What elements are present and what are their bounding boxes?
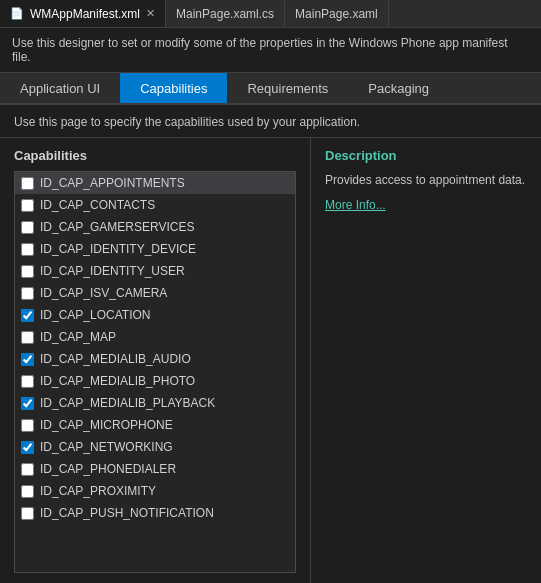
close-icon[interactable]: ✕ [146, 7, 155, 20]
capability-label: ID_CAP_CONTACTS [40, 198, 155, 212]
capabilities-panel: Capabilities ID_CAP_APPOINTMENTSID_CAP_C… [0, 138, 310, 583]
tab-packaging[interactable]: Packaging [348, 73, 449, 103]
capability-item[interactable]: ID_CAP_PROXIMITY [15, 480, 295, 502]
info-bar: Use this designer to set or modify some … [0, 28, 541, 73]
capability-label: ID_CAP_MAP [40, 330, 116, 344]
file-tab-mainpage-xaml[interactable]: MainPage.xaml [285, 0, 389, 27]
capability-item[interactable]: ID_CAP_MAP [15, 326, 295, 348]
file-tab-mainpage-cs-label: MainPage.xaml.cs [176, 7, 274, 21]
capability-item[interactable]: ID_CAP_LOCATION [15, 304, 295, 326]
file-tab-wmapp-label: WMAppManifest.xml [30, 7, 140, 21]
capability-label: ID_CAP_PUSH_NOTIFICATION [40, 506, 214, 520]
capability-item[interactable]: ID_CAP_MEDIALIB_PLAYBACK [15, 392, 295, 414]
description-panel: Description Provides access to appointme… [310, 138, 541, 583]
page-desc-text: Use this page to specify the capabilitie… [14, 115, 360, 129]
capability-label: ID_CAP_PROXIMITY [40, 484, 156, 498]
capability-label: ID_CAP_NETWORKING [40, 440, 173, 454]
info-text: Use this designer to set or modify some … [12, 36, 508, 64]
tab-application-ui[interactable]: Application UI [0, 73, 120, 103]
designer-tabs: Application UI Capabilities Requirements… [0, 73, 541, 105]
file-tab-mainpage-cs[interactable]: MainPage.xaml.cs [166, 0, 285, 27]
capability-item[interactable]: ID_CAP_IDENTITY_USER [15, 260, 295, 282]
capability-item[interactable]: ID_CAP_NETWORKING [15, 436, 295, 458]
capability-label: ID_CAP_ISV_CAMERA [40, 286, 167, 300]
capability-item[interactable]: ID_CAP_ISV_CAMERA [15, 282, 295, 304]
capabilities-list[interactable]: ID_CAP_APPOINTMENTSID_CAP_CONTACTSID_CAP… [14, 171, 296, 573]
capability-label: ID_CAP_MEDIALIB_AUDIO [40, 352, 191, 366]
capability-checkbox[interactable] [21, 287, 34, 300]
capability-checkbox[interactable] [21, 221, 34, 234]
capability-label: ID_CAP_IDENTITY_USER [40, 264, 185, 278]
capability-label: ID_CAP_MEDIALIB_PLAYBACK [40, 396, 215, 410]
file-tab-wmapp[interactable]: 📄 WMAppManifest.xml ✕ [0, 0, 166, 27]
capability-checkbox[interactable] [21, 507, 34, 520]
capability-checkbox[interactable] [21, 243, 34, 256]
capability-checkbox[interactable] [21, 485, 34, 498]
capability-checkbox[interactable] [21, 309, 34, 322]
capability-item[interactable]: ID_CAP_MEDIALIB_AUDIO [15, 348, 295, 370]
page-description: Use this page to specify the capabilitie… [0, 105, 541, 138]
capability-label: ID_CAP_MEDIALIB_PHOTO [40, 374, 195, 388]
capability-item[interactable]: ID_CAP_MEDIALIB_PHOTO [15, 370, 295, 392]
capability-item[interactable]: ID_CAP_PHONEDIALER [15, 458, 295, 480]
capability-checkbox[interactable] [21, 397, 34, 410]
capability-checkbox[interactable] [21, 331, 34, 344]
capability-checkbox[interactable] [21, 375, 34, 388]
description-title: Description [325, 148, 527, 163]
description-text: Provides access to appointment data. [325, 171, 527, 189]
capability-checkbox[interactable] [21, 419, 34, 432]
capability-checkbox[interactable] [21, 265, 34, 278]
capability-item[interactable]: ID_CAP_PUSH_NOTIFICATION [15, 502, 295, 524]
more-info-link[interactable]: More Info... [325, 198, 386, 212]
capability-label: ID_CAP_IDENTITY_DEVICE [40, 242, 196, 256]
capability-label: ID_CAP_APPOINTMENTS [40, 176, 185, 190]
capability-item[interactable]: ID_CAP_APPOINTMENTS [15, 172, 295, 194]
xml-icon: 📄 [10, 7, 24, 20]
capability-item[interactable]: ID_CAP_CONTACTS [15, 194, 295, 216]
title-bar: 📄 WMAppManifest.xml ✕ MainPage.xaml.cs M… [0, 0, 541, 28]
tab-requirements[interactable]: Requirements [227, 73, 348, 103]
capability-item[interactable]: ID_CAP_IDENTITY_DEVICE [15, 238, 295, 260]
capability-checkbox[interactable] [21, 199, 34, 212]
capability-label: ID_CAP_LOCATION [40, 308, 150, 322]
capability-checkbox[interactable] [21, 177, 34, 190]
capabilities-title: Capabilities [14, 148, 296, 163]
capability-checkbox[interactable] [21, 463, 34, 476]
capability-checkbox[interactable] [21, 353, 34, 366]
tab-capabilities[interactable]: Capabilities [120, 73, 227, 103]
capability-label: ID_CAP_GAMERSERVICES [40, 220, 195, 234]
capability-item[interactable]: ID_CAP_MICROPHONE [15, 414, 295, 436]
capability-item[interactable]: ID_CAP_GAMERSERVICES [15, 216, 295, 238]
file-tab-mainpage-xaml-label: MainPage.xaml [295, 7, 378, 21]
capability-checkbox[interactable] [21, 441, 34, 454]
capability-label: ID_CAP_MICROPHONE [40, 418, 173, 432]
main-content: Capabilities ID_CAP_APPOINTMENTSID_CAP_C… [0, 138, 541, 583]
capability-label: ID_CAP_PHONEDIALER [40, 462, 176, 476]
